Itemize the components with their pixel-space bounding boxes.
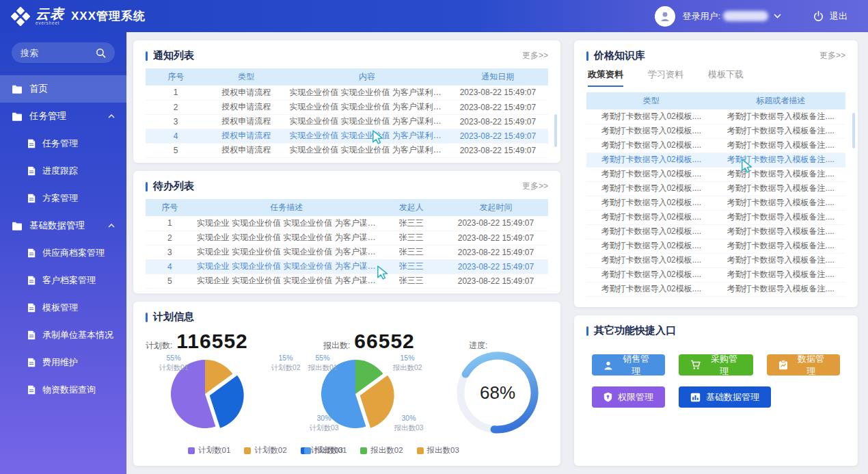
knowledge-tab-0[interactable]: 政策资料 xyxy=(588,68,623,87)
sidebar-item-1-1[interactable]: 进度跟踪 xyxy=(0,157,126,185)
sidebar-group-0[interactable]: 首页 xyxy=(0,75,126,103)
sidebar-group-2[interactable]: 基础数据管理 xyxy=(0,212,126,239)
table-row[interactable]: 5实现企业 实现企业价值 实现企业价值 为客户谋利益...张三三2023-08-… xyxy=(146,274,548,288)
document-icon xyxy=(27,358,36,367)
table-row[interactable]: 考勤打卡数据导入02模板....考勤打卡数据导入模板备注.... xyxy=(586,253,845,267)
table-row[interactable]: 考勤打卡数据导入02模板....考勤打卡数据导入模板备注.... xyxy=(586,138,845,153)
table-row[interactable]: 考勤打卡数据导入02模板....考勤打卡数据导入模板备注.... xyxy=(586,109,845,124)
sidebar-item-2-4[interactable]: 费用维护 xyxy=(0,349,126,376)
table-row[interactable]: 考勤打卡数据导入02模板....考勤打卡数据导入模板备注.... xyxy=(586,282,845,296)
pie-callout-label: 15%计划数02 xyxy=(265,353,307,372)
shortcut-label: 销售管理 xyxy=(619,353,653,378)
document-icon xyxy=(27,276,36,285)
legend-item[interactable]: 计划数02 xyxy=(244,445,286,456)
legend-swatch xyxy=(188,447,195,454)
sidebar-item-label: 任务管理 xyxy=(42,137,78,150)
column-header: 序号 xyxy=(146,68,206,85)
table-row[interactable]: 1实现企业 实现企业价值 实现企业价值 为客户谋利益...张三三2023-08-… xyxy=(146,216,548,231)
legend-label: 报出数02 xyxy=(370,445,403,456)
legend-item[interactable]: 计划数01 xyxy=(188,445,230,456)
table-row[interactable]: 考勤打卡数据导入02模板....考勤打卡数据导入模板备注.... xyxy=(586,196,845,210)
logout-button[interactable]: 退出 xyxy=(813,10,847,23)
sidebar-item-label: 进度跟踪 xyxy=(42,165,78,177)
plan-card: 计划信息 计划数:116552 报出数:66552 进度: 68% xyxy=(133,302,560,466)
sidebar-item-2-2[interactable]: 模板管理 xyxy=(0,294,126,321)
knowledge-tab-2[interactable]: 模板下载 xyxy=(708,68,744,87)
column-header: 内容 xyxy=(286,68,448,85)
shortcut-button-0[interactable]: 销售管理 xyxy=(592,354,665,376)
table-row[interactable]: 1授权申请流程实现企业价值 实现企业价值 为客户谋利益...2023-08-22… xyxy=(146,85,548,100)
sidebar-group-label: 任务管理 xyxy=(29,110,66,122)
sidebar-item-2-3[interactable]: 承制单位基本情况 xyxy=(0,321,126,349)
chart-icon xyxy=(690,393,701,402)
table-row[interactable]: 2授权申请流程实现企业价值 实现企业价值 为客户谋利益...2023-08-22… xyxy=(146,100,548,114)
column-header: 通知日期 xyxy=(448,68,548,85)
todos-title: 待办列表 xyxy=(146,180,194,193)
sidebar-item-label: 方案管理 xyxy=(42,192,78,205)
shortcut-button-2[interactable]: 数据管理 xyxy=(767,354,840,376)
knowledge-table: 类型标题或者描述考勤打卡数据导入02模板....考勤打卡数据导入模板备注....… xyxy=(586,92,845,297)
report-pie-legend: 报出数01报出数02报出数03 xyxy=(304,445,473,456)
column-header: 发起时间 xyxy=(444,199,548,216)
todos-more-link[interactable]: 更多>> xyxy=(522,181,548,192)
shortcut-button-4[interactable]: 基础数据管理 xyxy=(679,386,771,408)
sidebar-item-label: 物资数据查询 xyxy=(42,384,96,396)
table-row[interactable]: 考勤打卡数据导入02模板....考勤打卡数据导入模板备注.... xyxy=(586,181,845,196)
table-row[interactable]: 考勤打卡数据导入02模板....考勤打卡数据导入模板备注.... xyxy=(586,267,845,282)
legend-swatch xyxy=(417,447,424,454)
search-icon[interactable] xyxy=(96,48,106,58)
card-scrollbar[interactable] xyxy=(554,114,557,147)
chevron-up-icon[interactable] xyxy=(108,224,115,228)
legend-item[interactable]: 报出数01 xyxy=(304,445,347,456)
table-row[interactable]: 3授权申请流程实现企业价值 实现企业价值 为客户谋利益...2023-08-22… xyxy=(146,114,548,129)
table-row[interactable]: 考勤打卡数据导入02模板....考勤打卡数据导入模板备注.... xyxy=(586,239,845,253)
legend-label: 计划数01 xyxy=(198,445,230,456)
table-row[interactable]: 考勤打卡数据导入02模板....考勤打卡数据导入模板备注.... xyxy=(586,210,845,224)
table-row[interactable]: 考勤打卡数据导入02模板....考勤打卡数据导入模板备注.... xyxy=(586,153,845,167)
sidebar-group-1[interactable]: 任务管理 xyxy=(0,103,126,130)
table-row[interactable]: 4实现企业 实现企业价值 实现企业价值 为客户谋利益...张三三2023-08-… xyxy=(146,259,548,274)
table-row[interactable]: 考勤打卡数据导入02模板....考勤打卡数据导入模板备注.... xyxy=(586,224,845,239)
clipboard-icon xyxy=(778,360,788,370)
search-box[interactable] xyxy=(12,42,115,63)
sidebar-item-1-0[interactable]: 任务管理 xyxy=(0,130,126,157)
sidebar-item-2-1[interactable]: 客户档案管理 xyxy=(0,267,126,294)
legend-item[interactable]: 报出数02 xyxy=(360,445,403,456)
notices-card: 通知列表 更多>> 序号类型内容通知日期1授权申请流程实现企业价值 实现企业价值… xyxy=(133,40,560,163)
sidebar-item-2-0[interactable]: 供应商档案管理 xyxy=(0,239,126,267)
report-count-label: 报出数: xyxy=(323,340,350,352)
avatar[interactable] xyxy=(655,6,675,27)
brand-name: 云表 xyxy=(36,7,64,21)
plan-count-value: 116552 xyxy=(176,330,247,353)
pie-callout-label: 15%报出数02 xyxy=(386,353,429,372)
brand-area: 云表 eversheet XXX管理系统 xyxy=(0,7,146,26)
sidebar-item-1-2[interactable]: 方案管理 xyxy=(0,185,126,212)
folder-icon xyxy=(12,85,23,94)
sidebar-item-2-5[interactable]: 物资数据查询 xyxy=(0,376,126,404)
main-content: 通知列表 更多>> 序号类型内容通知日期1授权申请流程实现企业价值 实现企业价值… xyxy=(126,32,868,474)
table-row[interactable]: 2实现企业 实现企业价值 实现企业价值 为客户谋利益...张三三2023-08-… xyxy=(146,231,548,245)
shortcut-button-1[interactable]: 采购管理 xyxy=(679,354,753,376)
chevron-down-icon[interactable] xyxy=(774,14,781,18)
shortcut-label: 采购管理 xyxy=(707,353,742,378)
table-row[interactable]: 考勤打卡数据导入02模板....考勤打卡数据导入模板备注.... xyxy=(586,124,845,138)
document-icon xyxy=(27,194,36,203)
shortcut-button-3[interactable]: 权限管理 xyxy=(592,386,665,408)
column-header: 类型 xyxy=(586,92,716,109)
card-scrollbar[interactable] xyxy=(852,113,855,148)
search-input[interactable] xyxy=(21,48,96,58)
report-count-value: 66552 xyxy=(354,330,414,353)
knowledge-title: 价格知识库 xyxy=(586,49,645,62)
notices-more-link[interactable]: 更多>> xyxy=(522,50,548,62)
knowledge-more-link[interactable]: 更多>> xyxy=(819,50,845,62)
table-row[interactable]: 3实现企业 实现企业价值 实现企业价值 为客户谋利益...张三三2023-08-… xyxy=(146,245,548,259)
progress-percent-value: 68% xyxy=(455,350,540,435)
user-avatar-icon xyxy=(659,10,671,23)
legend-item[interactable]: 报出数03 xyxy=(417,445,459,456)
chevron-up-icon[interactable] xyxy=(108,114,115,118)
table-row[interactable]: 考勤打卡数据导入02模板....考勤打卡数据导入模板备注.... xyxy=(586,167,845,181)
table-row[interactable]: 5授权申请流程实现企业价值 实现企业价值 为客户谋利益...2023-08-22… xyxy=(146,143,548,157)
table-row[interactable]: 4授权申请流程实现企业价值 实现企业价值 为客户谋利益...2023-08-22… xyxy=(146,129,548,143)
power-icon xyxy=(813,10,824,22)
knowledge-tab-1[interactable]: 学习资料 xyxy=(648,68,683,87)
